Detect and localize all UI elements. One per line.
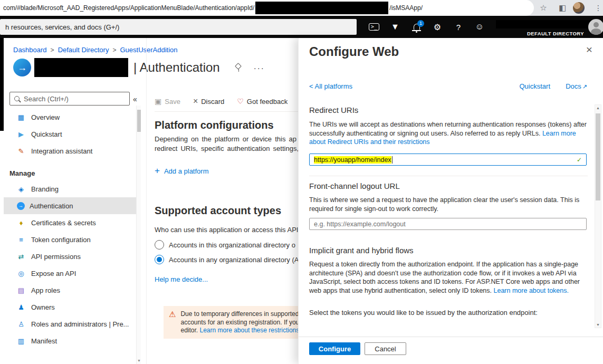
sidebar-item-quickstart[interactable]: ▶ Quickstart [4,126,136,142]
breadcrumb-guestuseraddition[interactable]: GuestUserAddition [120,46,177,54]
restrictions-learn-more-link[interactable]: Learn more about these restrictions. [199,327,299,334]
heart-icon: ♡ [237,97,244,106]
platform-desc-line1: Depending on the platform or device this… [155,135,296,143]
page-title-row: → | Authentication ··· [13,57,265,78]
cloud-shell-icon[interactable]: >_ [366,16,382,38]
panel-footer-divider [299,337,603,337]
sidebar-item-app-roles[interactable]: ▤ App roles [4,282,136,299]
radio-multitenant[interactable]: Accounts in any organizational directory… [155,255,299,264]
sidebar-nav: ▦ Overview ▶ Quickstart ✎ Integration as… [4,109,136,349]
notifications-bell-icon[interactable] [409,16,425,38]
save-icon: ▣ [155,97,161,106]
panel-scroll-down-icon[interactable]: ▼ [595,323,601,327]
logout-url-placeholder: e.g. https://example.com/logout [314,221,406,228]
azure-topbar: h resources, services, and docs (G+/) >_… [0,16,603,38]
integration-assistant-icon: ✎ [16,147,26,155]
radio-single-tenant[interactable]: Accounts in this organizational director… [155,240,295,250]
select-tokens-text: Select the tokens you would like to be i… [309,309,590,318]
sidebar-item-authentication[interactable]: → Authentication [4,197,136,214]
account-avatar[interactable] [588,19,603,35]
sidebar-scrollbar[interactable]: ▼ [136,106,141,364]
external-link-icon: ↗ [582,83,587,90]
redirect-uri-input[interactable]: https://youapp/home/index ✓ [309,154,587,166]
sidebar-item-owners[interactable]: ♟ Owners [4,299,136,315]
breadcrumb-default-directory[interactable]: Default Directory [58,46,109,54]
directory-filter-icon[interactable]: ▼ [387,16,403,38]
sidebar-item-api-permissions[interactable]: ⇄ API permissions [4,248,136,265]
authentication-icon: → [17,202,25,210]
got-feedback-button[interactable]: ♡ Got feedback [237,97,288,106]
radio-unselected-icon [155,240,164,250]
extensions-icon[interactable]: ◧ [555,0,570,16]
redacted-app-name [34,58,128,77]
sidebar-item-roles-administrators[interactable]: ♙ Roles and administrators | Pre... [4,315,136,332]
redirect-uris-description: The URIs we will accept as destinations … [309,120,590,147]
command-bar-divider [155,111,298,112]
azure-ad-app-icon: → [13,59,31,76]
configure-button[interactable]: Configure [309,342,360,355]
panel-title: Configure Web [309,44,399,59]
plus-icon: + [155,166,160,176]
sidebar-item-branding[interactable]: ◈ Branding [4,180,136,197]
radio-selected-icon [155,255,164,264]
close-icon[interactable]: × [586,44,592,55]
left-edge-redaction-strip [0,38,4,131]
pin-icon[interactable] [235,63,241,72]
front-channel-logout-description: This is where we send a request to have … [309,196,590,213]
token-configuration-icon: ≡ [16,236,26,244]
help-icon[interactable]: ? [451,16,466,38]
configure-web-panel: Configure Web × < All platforms Quicksta… [298,38,603,364]
breadcrumb-dashboard[interactable]: Dashboard [13,46,47,54]
sidebar-item-certificates-secrets[interactable]: ♦ Certificates & secrets [4,214,136,231]
quickstart-icon: ▶ [16,130,26,138]
sidebar-item-integration-assistant[interactable]: ✎ Integration assistant [4,142,136,159]
settings-gear-icon[interactable]: ⚙ [429,16,445,38]
redirect-uris-heading: Redirect URIs [309,106,358,114]
feedback-smiley-icon[interactable]: ☺ [472,16,487,38]
bookmark-star-icon[interactable]: ☆ [536,0,551,16]
roles-administrators-icon: ♙ [16,320,26,328]
discard-button[interactable]: × Discard [193,97,224,106]
sidebar-item-expose-an-api[interactable]: ◎ Expose an API [4,265,136,282]
sidebar-item-manifest[interactable]: ▥ Manifest [4,332,136,349]
text-caret [392,156,393,164]
global-search-placeholder: h resources, services, and docs (G+/) [5,23,119,31]
expose-api-icon: ◎ [16,270,26,277]
sidebar-item-overview[interactable]: ▦ Overview [4,109,136,126]
sidebar-collapse-icon[interactable]: « [133,95,137,103]
warning-message-bar: ⚠ Due to temporary differences in suppor… [164,306,299,339]
more-options-icon[interactable]: ··· [254,63,265,72]
sidebar-scroll-down-icon[interactable]: ▼ [137,359,141,362]
sidebar-search-input[interactable]: Search (Ctrl+/) [9,92,130,106]
redacted-url-segment [255,2,388,14]
global-search-input[interactable]: h resources, services, and docs (G+/) [0,19,357,35]
quickstart-link[interactable]: Quickstart [519,82,550,90]
discard-x-icon: × [193,97,198,106]
tokens-learn-more-link[interactable]: Learn more about tokens. [494,287,569,294]
branding-icon: ◈ [16,185,26,193]
overview-icon: ▦ [16,113,26,121]
implicit-grant-heading: Implicit grant and hybrid flows [309,246,414,255]
cancel-button[interactable]: Cancel [365,342,406,355]
url-text-suffix: /isMSAApp/ [389,4,423,12]
logout-url-input[interactable]: e.g. https://example.com/logout [309,218,587,230]
all-platforms-back-link[interactable]: < All platforms [309,82,352,90]
redirect-uri-value: https://youapp/home/index [314,156,391,164]
add-platform-button[interactable]: + Add a platform [155,166,208,176]
app-roles-icon: ▤ [16,286,26,294]
panel-scrollbar[interactable]: ▲ ▼ [595,104,601,328]
supported-account-types-heading: Supported account types [155,205,281,217]
warning-triangle-icon: ⚠ [169,310,176,339]
implicit-grant-description: Request a token directly from the author… [309,260,590,295]
panel-scroll-up-icon[interactable]: ▲ [595,106,601,110]
browser-menu-icon[interactable]: ⋮ [591,0,603,16]
browser-profile-avatar[interactable] [573,2,585,14]
url-bar[interactable]: com/#blade/Microsoft_AAD_RegisteredApps/… [0,0,534,16]
docs-link[interactable]: Docs↗ [566,82,587,90]
sidebar-item-token-configuration[interactable]: ≡ Token configuration [4,231,136,248]
help-me-decide-link[interactable]: Help me decide... [155,275,208,283]
panel-scrollbar-thumb[interactable] [596,113,600,200]
save-button[interactable]: ▣ Save [155,97,180,106]
breadcrumb-separator: > [112,46,116,54]
sidebar-scrollbar-thumb[interactable] [137,110,141,132]
